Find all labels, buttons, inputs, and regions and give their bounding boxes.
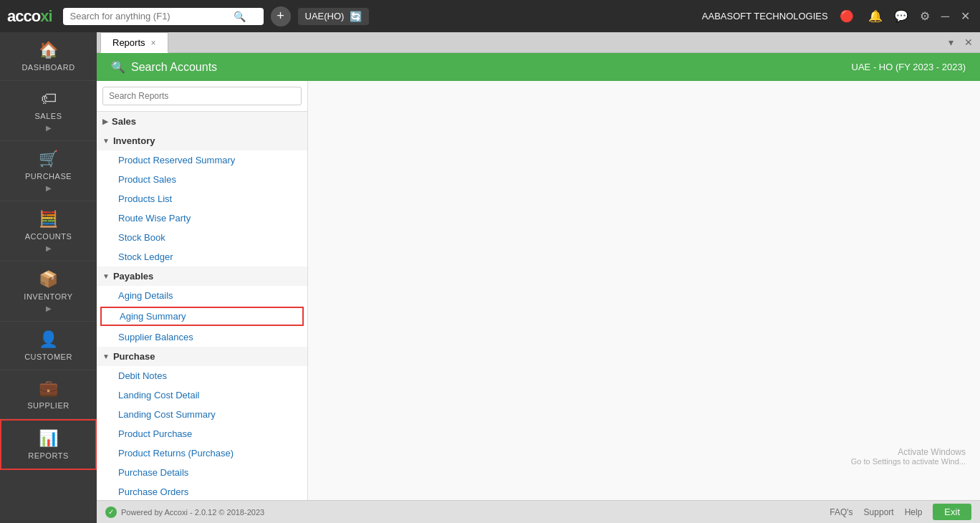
topbar-right: AABASOFT TECHNOLOGIES 🔴 🔔 💬 ⚙ ─ ✕ (702, 6, 973, 26)
messages-icon[interactable]: 💬 (891, 6, 911, 26)
sidebar-label-reports: REPORTS (28, 451, 68, 460)
activate-windows: Activate Windows Go to Settings to activ… (851, 447, 966, 466)
bottom-bar: ✓ Powered by Accoxi - 2.0.12 © 2018-2023… (97, 500, 980, 523)
report-item-supplier-balances[interactable]: Supplier Balances (97, 327, 307, 347)
company-selector[interactable]: UAE(HO) 🔄 (298, 8, 370, 25)
sidebar-label-dashboard: DASHBOARD (21, 63, 75, 72)
customer-icon: 👤 (39, 330, 58, 349)
reports-company-info: UAE - HO (FY 2023 - 2023) (852, 62, 966, 72)
report-item-product-reserved-summary[interactable]: Product Reserved Summary (97, 150, 307, 170)
footer-help[interactable]: Help (905, 507, 923, 517)
reports-header: 🔍 Search Accounts UAE - HO (FY 2023 - 20… (97, 53, 980, 81)
sidebar-label-supplier: SUPPLIER (27, 401, 69, 410)
close-icon[interactable]: ✕ (958, 6, 973, 26)
category-header-payables[interactable]: ▼Payables (97, 267, 307, 286)
reports-header-title: 🔍 Search Accounts (111, 60, 217, 74)
toggle-icon-sales: ▶ (102, 117, 108, 125)
accounts-icon: 🧮 (39, 210, 58, 229)
reports-icon: 📊 (39, 429, 58, 448)
report-item-product-purchase[interactable]: Product Purchase (97, 424, 307, 443)
category-header-inventory[interactable]: ▼Inventory (97, 131, 307, 150)
tab-controls: ▾ ✕ (945, 35, 976, 49)
category-header-sales[interactable]: ▶Sales (97, 112, 307, 131)
content-area: Reports × ▾ ✕ 🔍 Search Accounts UAE - HO… (97, 32, 980, 523)
reports-list: ▶Sales▼InventoryProduct Reserved Summary… (97, 112, 307, 500)
app-logo: accoxi (7, 7, 52, 26)
category-header-purchase[interactable]: ▼Purchase (97, 347, 307, 366)
minimize-icon[interactable]: ─ (938, 7, 952, 26)
powered-by-text: Powered by Accoxi - 2.0.12 © 2018-2023 (121, 508, 264, 517)
refresh-icon[interactable]: 🔄 (350, 11, 362, 22)
report-item-product-returns-purchase[interactable]: Product Returns (Purchase) (97, 443, 307, 463)
report-item-aging-details[interactable]: Aging Details (97, 286, 307, 305)
report-item-product-sales[interactable]: Product Sales (97, 170, 307, 189)
search-icon[interactable]: 🔍 (234, 11, 246, 22)
reports-title-text: Search Accounts (131, 61, 217, 74)
report-item-stock-ledger[interactable]: Stock Ledger (97, 247, 307, 267)
company-full-name: AABASOFT TECHNOLOGIES (702, 11, 828, 21)
search-reports-container (97, 81, 307, 112)
report-item-route-wise-party[interactable]: Route Wise Party (97, 208, 307, 228)
sidebar-item-supplier[interactable]: 💼 SUPPLIER (0, 370, 97, 419)
report-content: Activate Windows Go to Settings to activ… (308, 81, 980, 500)
sidebar-item-accounts[interactable]: 🧮 ACCOUNTS ▶ (0, 201, 97, 262)
report-item-purchase-details[interactable]: Purchase Details (97, 463, 307, 482)
main-container: 🏠 DASHBOARD 🏷 SALES ▶ 🛒 PURCHASE ▶ 🧮 ACC… (0, 32, 980, 523)
sidebar-item-sales[interactable]: 🏷 SALES ▶ (0, 81, 97, 141)
sidebar-item-purchase[interactable]: 🛒 PURCHASE ▶ (0, 141, 97, 201)
footer-support[interactable]: Support (864, 507, 894, 517)
report-item-aging-summary[interactable]: Aging Summary (100, 307, 304, 326)
search-reports-input[interactable] (102, 87, 302, 105)
powered-icon: ✓ (105, 507, 117, 518)
dashboard-icon: 🏠 (39, 41, 58, 59)
topbar-user-icon: 🔴 (837, 6, 857, 26)
tab-bar: Reports × ▾ ✕ (97, 32, 980, 53)
sidebar-item-inventory[interactable]: 📦 INVENTORY ▶ (0, 262, 97, 322)
tab-dropdown-icon[interactable]: ▾ (945, 35, 957, 49)
report-content-empty (308, 81, 980, 110)
tab-close-icon[interactable]: × (151, 38, 156, 48)
sidebar: 🏠 DASHBOARD 🏷 SALES ▶ 🛒 PURCHASE ▶ 🧮 ACC… (0, 32, 97, 523)
category-label-sales: Sales (112, 116, 136, 127)
sidebar-item-customer[interactable]: 👤 CUSTOMER (0, 322, 97, 370)
sidebar-label-sales: SALES (35, 112, 62, 120)
notifications-icon[interactable]: 🔔 (865, 6, 885, 26)
report-item-landing-cost-detail[interactable]: Landing Cost Detail (97, 385, 307, 405)
sales-icon: 🏷 (41, 90, 57, 108)
purchase-arrow-icon: ▶ (46, 184, 52, 192)
sidebar-label-accounts: ACCOUNTS (25, 232, 72, 241)
report-item-products-list[interactable]: Products List (97, 189, 307, 208)
category-label-inventory: Inventory (113, 135, 155, 146)
report-item-debit-notes[interactable]: Debit Notes (97, 366, 307, 385)
inventory-arrow-icon: ▶ (46, 304, 52, 312)
sidebar-label-inventory: INVENTORY (24, 292, 72, 301)
inventory-icon: 📦 (39, 270, 58, 289)
powered-by: ✓ Powered by Accoxi - 2.0.12 © 2018-2023 (105, 507, 264, 518)
exit-button[interactable]: Exit (933, 504, 971, 520)
purchase-icon: 🛒 (39, 150, 58, 168)
add-button[interactable]: + (271, 6, 291, 27)
category-label-purchase: Purchase (113, 351, 155, 362)
sidebar-item-dashboard[interactable]: 🏠 DASHBOARD (0, 32, 97, 81)
sidebar-label-customer: CUSTOMER (24, 352, 72, 361)
report-item-purchase-orders[interactable]: Purchase Orders (97, 482, 307, 500)
settings-icon[interactable]: ⚙ (917, 6, 933, 26)
supplier-icon: 💼 (39, 379, 58, 398)
sidebar-label-purchase: PURCHASE (25, 172, 72, 181)
toggle-icon-payables: ▼ (102, 272, 110, 280)
topbar-icons: 🔔 💬 ⚙ ─ ✕ (865, 6, 973, 26)
toggle-icon-inventory: ▼ (102, 137, 110, 145)
category-label-payables: Payables (113, 271, 153, 282)
global-search-input[interactable] (70, 11, 228, 21)
tab-reports[interactable]: Reports × (100, 32, 168, 53)
tab-close-all-icon[interactable]: ✕ (961, 35, 976, 49)
sidebar-item-reports[interactable]: 📊 REPORTS (0, 419, 97, 470)
tab-reports-label: Reports (112, 37, 145, 48)
search-accounts-icon: 🔍 (111, 60, 125, 74)
report-item-stock-book[interactable]: Stock Book (97, 228, 307, 247)
company-name: UAE(HO) (305, 11, 345, 21)
report-item-landing-cost-summary[interactable]: Landing Cost Summary (97, 405, 307, 424)
bottom-right: FAQ's Support Help Exit (830, 504, 971, 520)
footer-faq[interactable]: FAQ's (830, 507, 852, 517)
global-search[interactable]: 🔍 (63, 8, 264, 25)
